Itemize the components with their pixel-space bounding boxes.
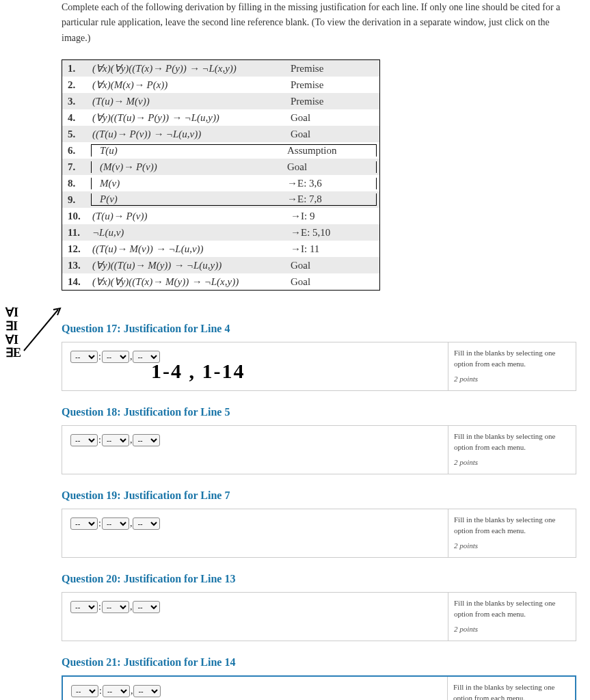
colon-separator: : [98,518,101,528]
row-formula: (∀y)((T(u)→ M(y)) → ¬L(u,y)) [88,259,291,271]
line-ref-1-select[interactable]: -- [102,351,129,363]
row-formula: (∀x)(M(x)→ P(x)) [88,79,291,91]
derivation-row: 9.P(v)→E: 7,8 [62,191,379,208]
comma-separator: , [130,351,133,362]
question-title: Question 19: Justification for Line 7 [62,489,576,502]
row-formula: ¬L(u,v) [88,227,291,239]
colon-separator: : [98,602,101,612]
row-justification: Premise [291,79,379,91]
question-title: Question 20: Justification for Line 13 [62,573,576,585]
row-number: 3. [62,96,88,107]
row-number: 12. [62,243,88,255]
comma-separator: , [130,435,133,445]
row-formula: (M(v)→ P(v)) [91,161,287,173]
question-title: Question 17: Justification for Line 4 [62,323,576,335]
row-number: 8. [62,178,88,189]
row-justification: Premise [291,96,379,107]
line-ref-2-select[interactable]: -- [133,685,161,697]
rule-select[interactable]: -- [70,434,98,446]
row-number: 9. [62,194,88,206]
derivation-row: 4.(∀y)((T(u)→ P(y)) → ¬L(u,y))Goal [62,109,379,126]
derivation-row: 8.M(v)→E: 3,6 [62,175,379,191]
row-formula: ((T(u)→ M(v)) → ¬L(u,v)) [88,243,291,255]
question-input-area: --:--,--1-4 , 1-14 [62,342,448,390]
hint-text: Fill in the blanks by selecting one opti… [454,431,570,453]
derivation-row: 1.(∀x)(∀y)((T(x)→ P(y)) → ¬L(x,y))Premis… [62,60,379,77]
rule-select[interactable]: -- [70,351,98,363]
derivation-row: 5.((T(u)→ P(v)) → ¬L(u,v))Goal [62,126,379,142]
row-justification: Goal [291,276,379,288]
question-box: --:--,--Fill in the blanks by selecting … [62,509,576,558]
derivation-row: 3.(T(u)→ M(v))Premise [62,93,379,109]
question-box: --:--,--Fill in the blanks by selecting … [62,675,576,700]
line-ref-2-select[interactable]: -- [133,517,160,530]
line-ref-1-select[interactable]: -- [103,685,130,697]
question-hint-panel: Fill in the blanks by selecting one opti… [448,426,576,474]
question-box: --:--,--Fill in the blanks by selecting … [62,425,576,474]
line-ref-1-select[interactable]: -- [102,517,129,530]
question-box: --:--,--1-4 , 1-14Fill in the blanks by … [62,342,576,391]
question-input-area: --:--,-- [63,677,447,700]
question-input-area: --:--,-- [62,593,448,641]
row-number: 14. [62,276,88,288]
colon-separator: : [99,686,102,696]
rule-select[interactable]: -- [70,601,98,613]
row-justification: Goal [291,260,379,271]
hint-text: Fill in the blanks by selecting one opti… [454,515,570,536]
hint-text: Fill in the blanks by selecting one opti… [454,348,570,369]
row-formula: (T(u)→ M(v)) [88,96,291,107]
row-justification: →I: 9 [291,211,379,222]
line-ref-1-select[interactable]: -- [102,601,129,613]
row-number: 11. [62,227,88,239]
row-number: 6. [62,145,88,157]
instructions-text: Complete each of the following derivatio… [62,0,576,46]
derivation-row: 10.(T(u)→ P(v))→I: 9 [62,208,379,224]
line-ref-2-select[interactable]: -- [133,601,160,613]
row-justification: Assumption [287,144,377,157]
question-input-area: --:--,-- [62,509,448,557]
row-number: 13. [62,260,88,271]
row-number: 2. [62,79,88,91]
row-formula: (∀y)((T(u)→ P(y)) → ¬L(u,y)) [88,111,291,124]
row-number: 5. [62,129,88,140]
row-formula: ((T(u)→ P(v)) → ¬L(u,v)) [88,129,291,140]
question-hint-panel: Fill in the blanks by selecting one opti… [447,677,575,700]
line-ref-1-select[interactable]: -- [102,434,129,446]
hint-text: Fill in the blanks by selecting one opti… [453,682,569,700]
row-formula: T(u) [91,144,287,157]
rule-select[interactable]: -- [70,517,98,530]
derivation-row: 12.((T(u)→ M(v)) → ¬L(u,v))→I: 11 [62,241,379,257]
derivation-table[interactable]: 1.(∀x)(∀y)((T(x)→ P(y)) → ¬L(x,y))Premis… [62,59,380,291]
row-formula: (∀x)(∀y)((T(x)→ P(y)) → ¬L(x,y)) [88,62,291,75]
row-number: 10. [62,211,88,222]
question-hint-panel: Fill in the blanks by selecting one opti… [448,593,576,641]
row-justification: Goal [291,112,379,124]
question-hint-panel: Fill in the blanks by selecting one opti… [448,509,576,557]
row-formula: P(v) [91,193,287,206]
derivation-row: 7.(M(v)→ P(v))Goal [62,159,379,175]
row-justification: →E: 7,8 [287,193,377,206]
question-box: --:--,--Fill in the blanks by selecting … [62,592,576,641]
colon-separator: : [98,435,101,445]
points-text: 2 points [454,625,570,633]
points-text: 2 points [454,375,570,383]
row-formula: (T(u)→ P(v)) [88,211,291,222]
handwritten-answer: 1-4 , 1-14 [151,360,245,383]
row-justification: Premise [291,63,379,75]
row-justification: Goal [287,161,377,173]
comma-separator: , [130,602,133,612]
hint-text: Fill in the blanks by selecting one opti… [454,598,570,619]
rule-select[interactable]: -- [71,685,98,697]
row-number: 1. [62,63,88,75]
derivation-row: 13.(∀y)((T(u)→ M(y)) → ¬L(u,y))Goal [62,257,379,273]
row-number: 7. [62,161,88,173]
row-justification: Goal [291,129,379,140]
derivation-row: 2.(∀x)(M(x)→ P(x))Premise [62,77,379,93]
line-ref-2-select[interactable]: -- [133,434,160,446]
question-input-area: --:--,-- [62,426,448,474]
derivation-row: 14.(∀x)(∀y)((T(x)→ M(y)) → ¬L(x,y))Goal [62,273,379,290]
row-justification: →E: 5,10 [291,227,379,239]
row-justification: →E: 3,6 [287,178,377,189]
derivation-row: 11.¬L(u,v)→E: 5,10 [62,224,379,241]
question-hint-panel: Fill in the blanks by selecting one opti… [448,342,576,390]
